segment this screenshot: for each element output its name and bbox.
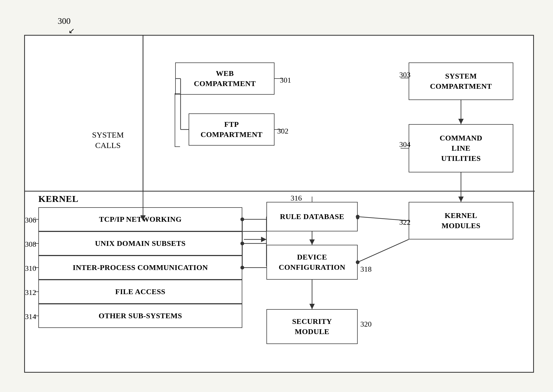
cmd-utilities-box: COMMANDLINEUTILITIES: [409, 124, 513, 172]
ref-322: 322: [399, 218, 411, 227]
svg-marker-24: [309, 239, 315, 245]
ref-310: 310: [25, 264, 36, 273]
ref-303: 303: [399, 71, 411, 79]
fig-arrow: ↙: [68, 26, 75, 35]
svg-marker-8: [458, 119, 464, 124]
dot-dc-km: [356, 261, 359, 264]
svg-line-27: [358, 239, 409, 262]
security-module-box: SECURITYMODULE: [266, 309, 358, 344]
dot-rule-km: [356, 216, 359, 219]
ref-320: 320: [360, 320, 372, 328]
fig-number: 300: [58, 16, 71, 26]
svg-marker-21: [261, 237, 266, 242]
dot-ipc-rule: [241, 266, 244, 269]
ref-314: 314: [25, 312, 36, 321]
web-compartment-box: WEBCOMPARTMENT: [175, 62, 274, 95]
ref-316: 316: [291, 194, 302, 202]
ref-304: 304: [399, 140, 411, 149]
system-compartment-box: SYSTEMCOMPARTMENT: [409, 62, 513, 100]
tcp-ip-box: TCP/IP NETWORKING: [38, 207, 242, 231]
svg-marker-10: [458, 197, 464, 202]
other-sub-box: OTHER SUB-SYSTEMS: [38, 304, 242, 328]
web-ftp-bracket: [175, 93, 180, 147]
ref-318: 318: [360, 265, 372, 273]
main-diagram-box: KERNEL SYSTEMCALLS WEBCOMPARTMENT FTPCOM…: [24, 35, 534, 373]
system-calls-label: SYSTEMCALLS: [92, 130, 124, 150]
dot-unix-rule: [241, 242, 244, 245]
ref-306: 306: [25, 216, 36, 224]
kernel-modules-box: KERNELMODULES: [409, 202, 513, 239]
ref-302: 302: [277, 127, 288, 135]
ref-308: 308: [25, 240, 36, 249]
inter-process-box: INTER-PROCESS COMMUNICATION: [38, 256, 242, 280]
svg-marker-26: [309, 304, 315, 309]
ref-312: 312: [25, 288, 36, 297]
dot-tcp-rule: [241, 218, 244, 221]
ref-301: 301: [280, 76, 291, 84]
device-config-box: DEVICECONFIGURATION: [266, 245, 358, 280]
kernel-label: KERNEL: [38, 194, 79, 204]
file-access-box: FILE ACCESS: [38, 280, 242, 304]
unix-domain-box: UNIX DOMAIN SUBSETS: [38, 231, 242, 256]
ftp-compartment-box: FTPCOMPARTMENT: [189, 113, 274, 146]
rule-database-box: RULE DATABASE: [266, 202, 358, 231]
